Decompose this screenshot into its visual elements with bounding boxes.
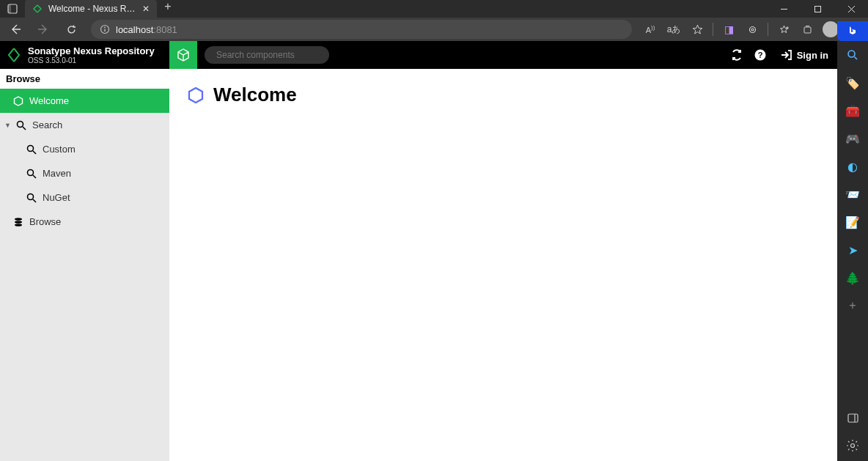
nexus-main-content: Welcome	[169, 69, 837, 461]
games-icon: 🎮	[845, 132, 860, 146]
nexus-header: Sonatype Nexus Repository OSS 3.53.0-01 …	[0, 41, 837, 69]
arrow-right-icon	[37, 23, 49, 35]
sidebar-item-label: Search	[32, 119, 62, 130]
search-icon	[26, 169, 37, 179]
tab-favicon-icon	[32, 4, 43, 14]
tab-title: Welcome - Nexus Repository M...	[48, 4, 136, 14]
sidebar-add-button[interactable]: +	[843, 296, 862, 315]
nav-refresh-button[interactable]	[59, 19, 84, 40]
translate-button[interactable]: aあ	[663, 19, 685, 40]
window-close-button[interactable]	[834, 0, 868, 18]
extension-button-2[interactable]	[741, 19, 763, 40]
favorites-list-button[interactable]	[773, 19, 795, 40]
outlook-icon: 📨	[845, 188, 860, 202]
sidebar-item-search[interactable]: ▼ Search	[0, 113, 169, 137]
translate-icon: aあ	[667, 23, 681, 36]
svg-point-25	[28, 193, 34, 199]
cube-icon	[176, 48, 191, 62]
sidebar-games-button[interactable]: 🎮	[843, 129, 862, 148]
svg-point-8	[104, 26, 106, 28]
bing-chat-button[interactable]	[837, 21, 868, 41]
read-aloud-icon: A))	[646, 24, 655, 34]
sidebar-item-maven[interactable]: Maven	[0, 161, 169, 185]
svg-point-34	[851, 444, 855, 448]
plus-icon: +	[849, 299, 856, 312]
tab-list-icon	[7, 4, 18, 14]
sidebar-tools-button[interactable]: 🧰	[843, 101, 862, 120]
browser-titlebar: Welcome - Nexus Repository M... ✕ +	[0, 0, 868, 18]
sidebar-item-nuget[interactable]: NuGet	[0, 185, 169, 210]
arrow-left-icon	[10, 23, 21, 35]
sidebar-item-welcome[interactable]: Welcome	[0, 89, 169, 113]
nexus-help-button[interactable]: ?	[749, 41, 772, 69]
nav-forward-button[interactable]	[31, 19, 56, 40]
nexus-home-button[interactable]	[169, 41, 197, 69]
svg-text:?: ?	[757, 51, 762, 59]
help-icon: ?	[754, 48, 767, 62]
collections-icon	[802, 24, 813, 35]
sidebar-item-label: Custom	[43, 144, 76, 155]
sidebar-item-browse[interactable]: Browse	[0, 210, 169, 234]
sidebar-tree-button[interactable]: 🌲	[843, 268, 862, 287]
sidebar-settings-button[interactable]	[843, 436, 862, 455]
sidebar-item-label: Welcome	[29, 95, 69, 106]
nexus-sidebar: Browse Welcome ▼ Search	[0, 69, 169, 461]
star-plus-icon	[779, 24, 790, 35]
browser-tab[interactable]: Welcome - Nexus Repository M... ✕	[25, 0, 157, 18]
caret-down-icon: ▼	[4, 122, 10, 129]
new-tab-button[interactable]: +	[157, 0, 179, 13]
product-name: Sonatype Nexus Repository	[28, 45, 155, 56]
svg-point-9	[749, 26, 755, 32]
nav-back-button[interactable]	[3, 19, 28, 40]
url-field[interactable]: localhost:8081	[91, 20, 632, 39]
svg-point-27	[15, 218, 22, 221]
window-maximize-button[interactable]	[801, 0, 834, 18]
svg-line-24	[33, 175, 36, 178]
toolbox-icon: 🧰	[845, 104, 860, 118]
extension-button-1[interactable]: ◨	[718, 19, 740, 40]
product-version: OSS 3.53.0-01	[28, 56, 155, 64]
sidebar-search-button[interactable]	[843, 45, 862, 64]
signin-icon	[781, 49, 792, 61]
favorite-button[interactable]	[686, 19, 708, 40]
nexus-search-field[interactable]	[205, 46, 329, 64]
page-title-block: Welcome	[187, 84, 820, 106]
sidebar-split-button[interactable]	[843, 408, 862, 427]
refresh-icon	[730, 48, 743, 62]
sidebar-item-label: Browse	[29, 216, 61, 227]
sidebar-outlook-button[interactable]: 📨	[843, 185, 862, 204]
sidebar-edit-button[interactable]: 📝	[843, 213, 862, 232]
svg-point-29	[15, 224, 22, 226]
read-aloud-button[interactable]: A))	[639, 19, 661, 40]
window-minimize-button[interactable]	[767, 0, 801, 18]
sidebar-item-label: Maven	[43, 168, 71, 179]
search-icon	[16, 120, 26, 130]
gear-icon	[847, 440, 858, 451]
split-icon	[847, 413, 858, 424]
collections-button[interactable]	[796, 19, 818, 40]
signin-label: Sign in	[797, 50, 828, 61]
sidebar-item-label: NuGet	[43, 192, 70, 203]
nexus-refresh-button[interactable]	[725, 41, 749, 69]
svg-line-26	[33, 199, 36, 202]
nexus-logo-icon	[6, 47, 22, 63]
nexus-logo-block[interactable]: Sonatype Nexus Repository OSS 3.53.0-01	[0, 45, 169, 64]
tab-close-icon[interactable]: ✕	[142, 4, 150, 14]
sidebar-office-button[interactable]: ◐	[843, 157, 862, 176]
sidebar-shopping-button[interactable]: 🏷️	[843, 73, 862, 92]
sidebar-send-button[interactable]: ➤	[843, 240, 862, 259]
maximize-icon	[814, 5, 822, 13]
svg-line-20	[23, 127, 26, 130]
home-hex-icon	[13, 96, 23, 106]
url-port: :8081	[153, 24, 177, 35]
close-icon	[847, 5, 856, 13]
svg-point-23	[28, 169, 34, 175]
star-icon	[692, 24, 703, 35]
tab-list-button[interactable]	[0, 0, 25, 18]
search-icon	[847, 49, 858, 61]
signin-button[interactable]: Sign in	[772, 49, 837, 61]
svg-line-31	[855, 57, 858, 60]
nexus-search-input[interactable]	[216, 50, 326, 60]
browser-addressbar: localhost:8081 A)) aあ ◨ ⋯	[0, 18, 868, 41]
sidebar-item-custom[interactable]: Custom	[0, 137, 169, 161]
